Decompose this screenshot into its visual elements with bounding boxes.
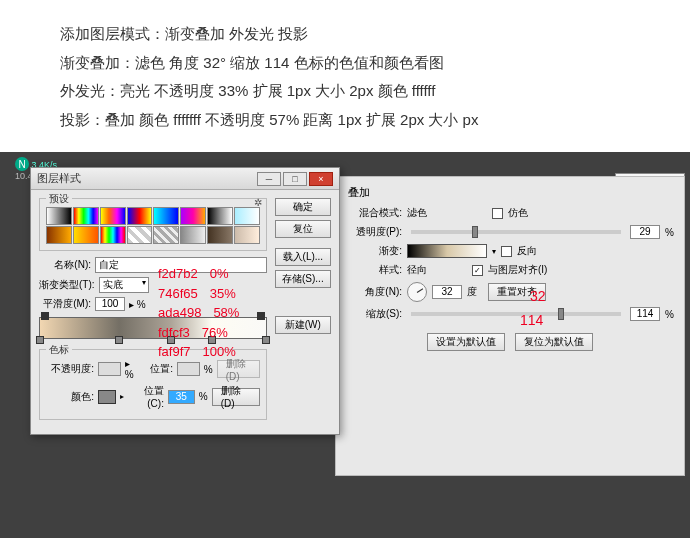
stop-color-label: 颜色:	[46, 390, 94, 404]
smoothness-value[interactable]: 100	[95, 297, 125, 311]
preset-swatch[interactable]	[207, 207, 233, 225]
stop-pos-value	[177, 362, 200, 376]
gradient-well[interactable]	[407, 244, 487, 258]
gradient-label: 渐变:	[346, 244, 402, 258]
stop-opacity-unit: ▸ %	[125, 358, 137, 380]
style-select[interactable]: 径向	[407, 263, 467, 277]
editor-new-button[interactable]: 新建(W)	[275, 316, 331, 334]
smoothness-unit: ▸ %	[129, 299, 146, 310]
dialog-title: 图层样式	[37, 171, 81, 186]
editor-load-button[interactable]: 载入(L)...	[275, 248, 331, 266]
stop-opacity-value	[98, 362, 121, 376]
colorstop-grplabel: 色标	[46, 343, 72, 357]
instr-line-3: 外发光：亮光 不透明度 33% 扩展 1px 大小 2px 颜色 ffffff	[60, 77, 630, 106]
opacity-stop[interactable]	[257, 312, 265, 320]
preset-swatch[interactable]	[127, 207, 153, 225]
reverse-label: 反向	[517, 244, 537, 258]
gradtype-label: 渐变类型(T):	[39, 278, 95, 292]
minimize-button[interactable]: ─	[257, 172, 281, 186]
instr-line-2: 渐变叠加：滤色 角度 32° 缩放 114 色标的色值和颜色看图	[60, 49, 630, 78]
preset-swatch[interactable]	[180, 226, 206, 244]
stop-pos2-unit: %	[199, 391, 208, 402]
stop-pos2-value[interactable]: 35	[168, 390, 195, 404]
angle-unit: 度	[467, 285, 477, 299]
hud-badge: N	[15, 157, 29, 171]
preset-swatch[interactable]	[153, 226, 179, 244]
angle-label: 角度(N):	[346, 285, 402, 299]
preset-swatch[interactable]	[46, 207, 72, 225]
color-stop[interactable]	[115, 336, 123, 344]
set-default-button[interactable]: 设置为默认值	[427, 333, 505, 351]
editor-reset-button[interactable]: 复位	[275, 220, 331, 238]
dither-checkbox[interactable]	[492, 208, 503, 219]
opacity-slider[interactable]	[411, 230, 621, 234]
scale-unit: %	[665, 309, 674, 320]
stop-pos-label: 位置:	[141, 362, 173, 376]
gradtype-select[interactable]: 实底	[99, 277, 149, 293]
smoothness-label: 平滑度(M):	[39, 297, 91, 311]
reset-default-button[interactable]: 复位为默认值	[515, 333, 593, 351]
scale-label: 缩放(S):	[346, 307, 402, 321]
panel-heading: 叠加	[348, 185, 674, 200]
stop-pos-unit: %	[204, 364, 213, 375]
opacity-label: 透明度(P):	[346, 225, 402, 239]
instr-line-4: 投影：叠加 颜色 fffffff 不透明度 57% 距离 1px 扩展 2px …	[60, 106, 630, 135]
maximize-button[interactable]: □	[283, 172, 307, 186]
gradient-overlay-panel: 叠加 混合模式: 滤色 仿色 透明度(P): 29 % 渐变: ▾ 反向 样式:…	[335, 176, 685, 476]
color-stop[interactable]	[262, 336, 270, 344]
preset-swatch[interactable]	[73, 207, 99, 225]
preset-swatch[interactable]	[207, 226, 233, 244]
style-label: 样式:	[346, 263, 402, 277]
preset-swatch[interactable]	[234, 207, 260, 225]
instructions-block: 添加图层模式：渐变叠加 外发光 投影 渐变叠加：滤色 角度 32° 缩放 114…	[0, 0, 690, 144]
close-button[interactable]: ×	[309, 172, 333, 186]
stop-pos2-label: 位置(C):	[128, 384, 164, 409]
preset-swatch[interactable]	[153, 207, 179, 225]
scale-value[interactable]: 114	[630, 307, 660, 321]
preset-swatch[interactable]	[127, 226, 153, 244]
name-label: 名称(N):	[39, 258, 91, 272]
presets-group: 预设 ✲	[39, 198, 267, 251]
blend-mode-select[interactable]: 滤色	[407, 206, 487, 220]
blend-mode-label: 混合模式:	[346, 206, 402, 220]
titlebar[interactable]: 图层样式 ─ □ ×	[31, 168, 339, 190]
editor-ok-button[interactable]: 确定	[275, 198, 331, 216]
gear-icon[interactable]: ✲	[254, 197, 262, 208]
dither-label: 仿色	[508, 206, 528, 220]
angle-value[interactable]: 32	[432, 285, 462, 299]
opacity-unit: %	[665, 227, 674, 238]
stop-color-well[interactable]	[98, 390, 116, 404]
opacity-value[interactable]: 29	[630, 225, 660, 239]
editor-save-button[interactable]: 存储(S)...	[275, 270, 331, 288]
reverse-checkbox[interactable]	[501, 246, 512, 257]
opacity-stop[interactable]	[41, 312, 49, 320]
preset-swatch[interactable]	[100, 226, 126, 244]
angle-wheel[interactable]	[407, 282, 427, 302]
preset-swatch[interactable]	[180, 207, 206, 225]
align-label: 与图层对齐(I)	[488, 263, 547, 277]
preset-swatch[interactable]	[46, 226, 72, 244]
preset-swatches	[46, 203, 260, 244]
preset-swatch[interactable]	[100, 207, 126, 225]
preset-swatch[interactable]	[234, 226, 260, 244]
preset-swatch[interactable]	[73, 226, 99, 244]
color-stop[interactable]	[36, 336, 44, 344]
delete-color-stop-button[interactable]: 删除(D)	[212, 388, 260, 406]
red-angle-annotation: 32	[530, 288, 546, 304]
stop-opacity-label: 不透明度:	[46, 362, 94, 376]
instr-line-1: 添加图层模式：渐变叠加 外发光 投影	[60, 20, 630, 49]
scale-slider[interactable]	[411, 312, 621, 316]
red-scale-annotation: 114	[520, 312, 543, 328]
red-stop-annotations: f2d7b20% 746f6535% ada49858% fdfcf376% f…	[158, 264, 239, 362]
delete-opacity-stop-button: 删除(D)	[217, 360, 260, 378]
align-checkbox[interactable]	[472, 265, 483, 276]
presets-label: 预设	[46, 192, 72, 206]
